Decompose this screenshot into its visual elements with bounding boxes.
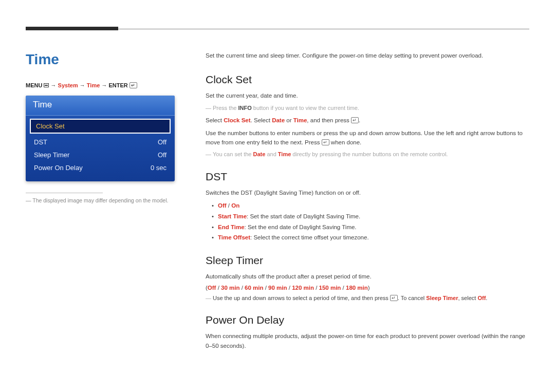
left-column: Time MENU → System → Time → ENTER ↵ Time… — [26, 51, 180, 362]
section-powerondelay: Power On Delay When connecting multiple … — [206, 314, 529, 350]
osd-item-label: Sleep Timer — [34, 151, 69, 159]
section-clockset: Clock Set Set the current year, date and… — [206, 73, 529, 159]
osd-item-sleeptimer[interactable]: Sleep Timer Off — [26, 148, 175, 161]
t: On — [231, 202, 239, 209]
t: 90 min — [268, 285, 287, 291]
breadcrumb-time: Time — [87, 82, 100, 88]
t: directly by pressing the number buttons … — [291, 151, 448, 157]
clockset-p2: Select Clock Set. Select Date or Time, a… — [206, 116, 529, 125]
dst-bullet-start: Start Time: Set the start date of Daylig… — [212, 211, 529, 222]
t: ) — [368, 285, 370, 291]
t: / — [239, 285, 245, 291]
powerondelay-p1: When connecting multiple products, adjus… — [206, 331, 529, 350]
t: , select — [458, 295, 478, 301]
osd-title: Time — [26, 96, 175, 116]
section-dst: DST Switches the DST (Daylight Saving Ti… — [206, 171, 529, 243]
t: Press the — [213, 105, 238, 111]
page-title: Time — [26, 51, 180, 68]
left-divider — [26, 193, 103, 193]
enter-icon: ↵ — [390, 295, 398, 301]
breadcrumb: MENU → System → Time → ENTER ↵ — [26, 82, 180, 88]
t: . — [486, 295, 487, 301]
t: when done. — [329, 139, 362, 145]
t: Clock Set — [224, 117, 250, 123]
clockset-p1: Set the current year, date and time. — [206, 91, 529, 100]
enter-icon: ↵ — [322, 139, 329, 145]
t: . — [359, 117, 360, 123]
t: . To cancel — [398, 295, 426, 301]
t: You can set the — [213, 151, 253, 157]
osd-item-dst[interactable]: DST Off — [26, 136, 175, 148]
sleep-tip: Use the up and down arrows to select a p… — [206, 294, 529, 303]
breadcrumb-enter: ENTER — [108, 82, 127, 88]
heading-clockset: Clock Set — [206, 73, 529, 86]
t: Sleep Timer — [426, 295, 458, 301]
osd-panel: Time Clock Set DST Off Sleep Timer Off P… — [26, 96, 175, 181]
t: Time Offset — [218, 234, 250, 240]
sleep-p1: Automatically shuts off the product afte… — [206, 272, 529, 281]
dst-p1: Switches the DST (Daylight Saving Time) … — [206, 188, 529, 197]
t: Select — [206, 117, 224, 123]
t: INFO — [238, 105, 252, 111]
intro-text: Set the current time and sleep timer. Co… — [206, 51, 529, 60]
footnote-text: ― The displayed image may differ dependi… — [26, 197, 180, 203]
t: Start Time — [218, 213, 247, 219]
t: : Set the start date of Daylight Saving … — [247, 213, 360, 219]
dst-bullet-end: End Time: Set the end date of Daylight S… — [212, 222, 529, 233]
t: : Set the end date of Daylight Saving Ti… — [245, 224, 357, 230]
t: : Select the correct time offset your ti… — [250, 234, 369, 240]
heading-powerondelay: Power On Delay — [206, 314, 529, 326]
footnote-content: The displayed image may differ depending… — [32, 197, 168, 203]
breadcrumb-system: System — [58, 82, 78, 88]
enter-icon: ↵ — [351, 117, 359, 123]
t: . Select — [251, 117, 272, 123]
t: End Time — [218, 224, 245, 230]
t: Off — [477, 295, 486, 301]
dst-bullet-onoff: Off / On — [212, 200, 529, 211]
t: / — [287, 285, 292, 291]
breadcrumb-arrow-2: → — [80, 82, 85, 88]
t: Use the number buttons to enter numbers … — [206, 130, 523, 145]
t: Time — [293, 117, 307, 123]
t: Date — [272, 117, 285, 123]
t: / — [341, 285, 346, 291]
t: 150 min — [319, 285, 341, 291]
menu-icon — [44, 83, 49, 87]
sleep-options: (Off / 30 min / 60 min / 90 min / 120 mi… — [206, 285, 529, 291]
clockset-tip2: You can set the Date and Time directly b… — [206, 150, 529, 159]
dst-bullet-offset: Time Offset: Select the correct time off… — [212, 232, 529, 243]
t: / — [264, 285, 269, 291]
osd-item-powerondelay[interactable]: Power On Delay 0 sec — [26, 161, 175, 174]
osd-item-clockset[interactable]: Clock Set — [30, 119, 171, 134]
top-accent-bar — [26, 27, 118, 30]
t: , and then press — [307, 117, 351, 123]
t: 60 min — [245, 285, 263, 291]
t: / — [314, 285, 319, 291]
osd-item-value: 0 sec — [151, 164, 166, 172]
t: Off — [208, 285, 216, 291]
clockset-p3: Use the number buttons to enter numbers … — [206, 128, 529, 147]
t: / — [227, 202, 232, 209]
right-column: Set the current time and sleep timer. Co… — [206, 51, 529, 362]
t: Off — [218, 202, 227, 209]
osd-item-value: Off — [158, 151, 166, 159]
osd-item-label: Clock Set — [36, 122, 65, 130]
t: button if you want to view the current t… — [252, 105, 359, 111]
osd-item-label: Power On Delay — [34, 164, 83, 172]
t: Time — [278, 151, 291, 157]
heading-sleeptimer: Sleep Timer — [206, 254, 529, 267]
breadcrumb-arrow-3: → — [101, 82, 107, 88]
t: / — [216, 285, 221, 291]
t: 30 min — [221, 285, 239, 291]
osd-item-label: DST — [34, 138, 47, 146]
section-sleeptimer: Sleep Timer Automatically shuts off the … — [206, 254, 529, 303]
dst-bullets: Off / On Start Time: Set the start date … — [206, 200, 529, 243]
t: Use the up and down arrows to select a p… — [213, 295, 390, 301]
heading-dst: DST — [206, 171, 529, 183]
t: 120 min — [292, 285, 314, 291]
t: 180 min — [346, 285, 368, 291]
osd-item-value: Off — [158, 138, 166, 146]
clockset-tip1: Press the INFO button if you want to vie… — [206, 104, 529, 113]
t: or — [285, 117, 293, 123]
enter-icon: ↵ — [130, 82, 137, 88]
